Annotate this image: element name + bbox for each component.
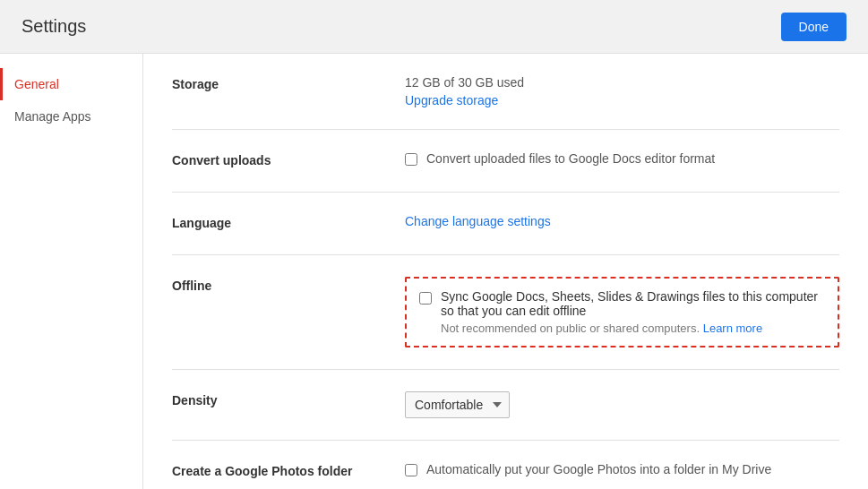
done-button[interactable]: Done	[781, 13, 847, 41]
sidebar: General Manage Apps	[0, 54, 143, 489]
convert-uploads-row: Convert uploads Convert uploaded files t…	[172, 130, 839, 193]
density-row: Density Comfortable Cozy Compact	[172, 370, 839, 441]
header: Settings Done	[0, 0, 868, 54]
convert-uploads-label: Convert uploads	[172, 151, 405, 167]
convert-uploads-text: Convert uploaded files to Google Docs ed…	[426, 151, 715, 166]
sidebar-item-general[interactable]: General	[0, 68, 142, 100]
language-row: Language Change language settings	[172, 193, 839, 255]
change-language-link[interactable]: Change language settings	[405, 214, 551, 228]
google-photos-label: Create a Google Photos folder	[172, 462, 405, 478]
google-photos-value: Automatically put your Google Photos int…	[405, 462, 839, 476]
page-title: Settings	[21, 16, 86, 37]
language-value: Change language settings	[405, 214, 839, 228]
offline-value: Sync Google Docs, Sheets, Slides & Drawi…	[405, 277, 839, 347]
offline-text-block: Sync Google Docs, Sheets, Slides & Drawi…	[441, 289, 825, 335]
offline-label: Offline	[172, 277, 405, 293]
convert-uploads-checkbox[interactable]	[405, 153, 417, 166]
offline-sub-text: Not recommended on public or shared comp…	[441, 322, 825, 335]
offline-checkbox[interactable]	[419, 292, 432, 305]
offline-box: Sync Google Docs, Sheets, Slides & Drawi…	[405, 277, 839, 347]
language-label: Language	[172, 214, 405, 230]
density-select[interactable]: Comfortable Cozy Compact	[405, 391, 510, 418]
google-photos-row: Create a Google Photos folder Automatica…	[172, 441, 839, 489]
offline-main-text: Sync Google Docs, Sheets, Slides & Drawi…	[441, 289, 825, 318]
main-layout: General Manage Apps Storage 12 GB of 30 …	[0, 54, 868, 489]
density-label: Density	[172, 391, 405, 408]
upgrade-storage-link[interactable]: Upgrade storage	[405, 93, 498, 107]
storage-row: Storage 12 GB of 30 GB used Upgrade stor…	[172, 54, 839, 130]
storage-label: Storage	[172, 75, 405, 91]
storage-value: 12 GB of 30 GB used Upgrade storage	[405, 75, 839, 107]
convert-uploads-checkbox-row: Convert uploaded files to Google Docs ed…	[405, 151, 839, 166]
google-photos-checkbox[interactable]	[405, 464, 417, 476]
settings-content: Storage 12 GB of 30 GB used Upgrade stor…	[143, 54, 868, 489]
sidebar-item-manage-apps[interactable]: Manage Apps	[0, 100, 142, 133]
learn-more-link[interactable]: Learn more	[703, 322, 762, 335]
offline-row: Offline Sync Google Docs, Sheets, Slides…	[172, 255, 839, 370]
google-photos-checkbox-row: Automatically put your Google Photos int…	[405, 462, 839, 476]
convert-uploads-value: Convert uploaded files to Google Docs ed…	[405, 151, 839, 166]
google-photos-text: Automatically put your Google Photos int…	[426, 462, 771, 476]
storage-used-text: 12 GB of 30 GB used	[405, 75, 839, 90]
density-value: Comfortable Cozy Compact	[405, 391, 839, 418]
